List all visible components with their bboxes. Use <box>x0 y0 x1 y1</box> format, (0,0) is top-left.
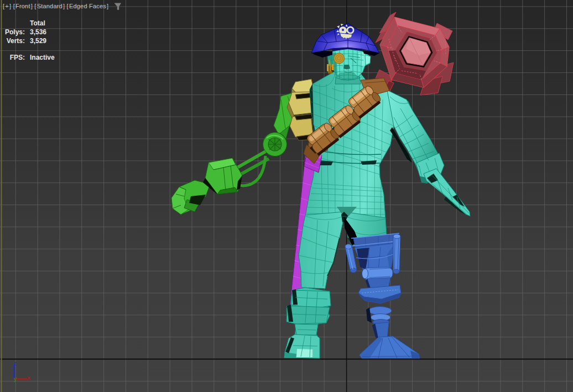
svg-text:y: y <box>14 375 17 382</box>
svg-text:x: x <box>27 374 30 381</box>
svg-text:z: z <box>13 360 17 367</box>
